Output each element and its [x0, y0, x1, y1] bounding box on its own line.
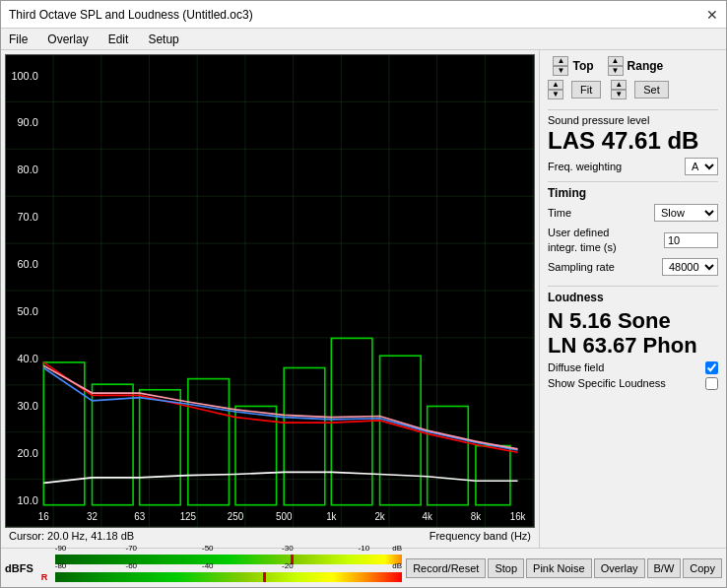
freq-weighting-label: Freq. weighting [548, 161, 622, 172]
window-title: Third Octave SPL and Loudness (Untitled.… [9, 8, 253, 22]
svg-text:80.0: 80.0 [18, 163, 38, 175]
user-defined-row: User definedintegr. time (s) [548, 226, 718, 254]
timing-header: Timing [548, 186, 718, 200]
loudness-header: Loudness [548, 291, 718, 304]
svg-text:100.0: 100.0 [11, 69, 37, 81]
sidebar: ▲ ▼ Top ▲ ▼ Range ▲ ▼ [539, 50, 726, 548]
menu-setup[interactable]: Setup [144, 32, 182, 47]
svg-text:10.0: 10.0 [18, 494, 38, 506]
range-label: Range [628, 59, 664, 73]
sampling-rate-label: Sampling rate [548, 260, 615, 274]
fit-down-btn[interactable]: ▼ [548, 90, 563, 99]
dbfs-tick-50: -50 [202, 544, 214, 553]
time-label: Time [548, 206, 571, 220]
loudness-value: N 5.16 Sone LN 63.67 Phon [548, 308, 718, 359]
diffuse-field-checkbox[interactable] [705, 361, 718, 374]
fit-button[interactable]: Fit [571, 81, 601, 98]
main-content: Third octave SPL dB ARTA [1, 50, 726, 548]
freq-weighting-select[interactable]: A B C Z [685, 158, 718, 175]
set-spinners: ▲ ▼ [611, 80, 627, 99]
diffuse-field-row: Diffuse field [548, 361, 718, 374]
menu-file[interactable]: File [5, 32, 32, 47]
range-spinners: ▲ ▼ [608, 56, 624, 76]
record-reset-button[interactable]: Record/Reset [406, 558, 486, 578]
top-spinners: ▲ ▼ [553, 56, 568, 76]
timing-section: Timing Time Slow Fast Impulse User defin… [548, 181, 718, 280]
top-up-btn[interactable]: ▲ [553, 56, 568, 66]
time-row: Time Slow Fast Impulse [548, 204, 718, 222]
set-down-btn[interactable]: ▼ [611, 90, 627, 99]
spl-section: Sound pressure level LAS 47.61 dB Freq. … [548, 109, 718, 175]
main-window: Third Octave SPL and Loudness (Untitled.… [0, 0, 727, 588]
fit-up-btn[interactable]: ▲ [548, 80, 563, 90]
sampling-rate-row: Sampling rate 44100 48000 96000 [548, 258, 718, 276]
dbfs-tick-40: -40 [202, 561, 214, 570]
dbfs-tick-30: -30 [282, 544, 294, 553]
svg-text:125: 125 [180, 511, 197, 522]
dbfs-tick-70: -70 [125, 544, 137, 553]
dbfs-tick-db1: dB [392, 544, 402, 553]
top-down-btn[interactable]: ▼ [553, 66, 568, 76]
user-defined-input[interactable] [664, 232, 718, 248]
show-specific-row: Show Specific Loudness [548, 377, 718, 390]
svg-text:63: 63 [134, 511, 145, 522]
svg-text:8k: 8k [471, 511, 481, 522]
time-select[interactable]: Slow Fast Impulse [654, 204, 718, 222]
dbfs-track-green: -90 -70 -50 -30 -10 dB [55, 555, 402, 564]
menu-edit[interactable]: Edit [104, 32, 133, 47]
chart-area: Third octave SPL dB ARTA [1, 50, 539, 548]
dbfs-row-label-r: R [41, 572, 53, 582]
set-button[interactable]: Set [634, 81, 669, 98]
action-buttons: Record/Reset Stop Pink Noise Overlay B/W… [406, 558, 722, 578]
svg-text:40.0: 40.0 [18, 353, 38, 364]
svg-text:2k: 2k [374, 511, 384, 522]
bw-button[interactable]: B/W [647, 558, 682, 578]
copy-button[interactable]: Copy [683, 558, 722, 578]
set-up-btn[interactable]: ▲ [611, 80, 627, 90]
diffuse-field-label: Diffuse field [548, 361, 604, 373]
svg-text:32: 32 [87, 511, 98, 522]
dbfs-tick-80: -80 [55, 561, 67, 570]
top-controls: ▲ ▼ Top ▲ ▼ Range ▲ ▼ [548, 56, 718, 99]
dbfs-fill-red [55, 572, 402, 582]
dbfs-tick-10: -10 [359, 544, 370, 553]
dbfs-bar: dBFS -90 -70 -50 -30 -10 dB [1, 548, 726, 587]
menu-bar: File Overlay Edit Setup [1, 29, 726, 50]
dbfs-row-red: R -80 -60 -40 -20 dB [41, 569, 402, 585]
range-down-btn[interactable]: ▼ [608, 66, 624, 76]
pink-noise-button[interactable]: Pink Noise [526, 558, 592, 578]
range-up-btn[interactable]: ▲ [608, 56, 624, 66]
svg-text:16k: 16k [510, 511, 526, 522]
svg-text:4k: 4k [423, 511, 432, 522]
svg-text:50.0: 50.0 [18, 305, 38, 317]
title-bar: Third Octave SPL and Loudness (Untitled.… [1, 1, 726, 29]
loudness-section: Loudness N 5.16 Sone LN 63.67 Phon Diffu… [548, 286, 718, 390]
chart-bottom-bar: Cursor: 20.0 Hz, 41.18 dB Frequency band… [5, 528, 535, 544]
svg-text:60.0: 60.0 [18, 258, 38, 270]
dbfs-tick-20: -20 [282, 561, 294, 570]
spl-value: LAS 47.61 dB [548, 128, 718, 154]
chart-container: Third octave SPL dB ARTA [5, 54, 535, 528]
dbfs-row-green: -90 -70 -50 -30 -10 dB [41, 552, 402, 567]
show-specific-checkbox[interactable] [705, 377, 718, 390]
svg-text:70.0: 70.0 [18, 211, 38, 223]
freq-weighting-row: Freq. weighting A B C Z [548, 158, 718, 175]
dbfs-indicator-red [263, 572, 266, 582]
chart-svg: 100.0 90.0 80.0 70.0 60.0 50.0 40.0 30.0… [6, 55, 534, 527]
spl-header: Sound pressure level [548, 114, 718, 126]
svg-text:250: 250 [228, 511, 244, 522]
user-defined-label: User definedintegr. time (s) [548, 226, 617, 254]
svg-text:1k: 1k [326, 511, 336, 522]
stop-button[interactable]: Stop [488, 558, 524, 578]
dbfs-row-label-1 [41, 555, 53, 564]
menu-overlay[interactable]: Overlay [43, 32, 92, 47]
svg-text:30.0: 30.0 [18, 400, 38, 412]
top-label: Top [572, 59, 593, 73]
dbfs-tick-db2: dB [392, 561, 402, 570]
overlay-button[interactable]: Overlay [594, 558, 645, 578]
freq-label: Frequency band (Hz) [430, 530, 531, 542]
sampling-rate-select[interactable]: 44100 48000 96000 [662, 258, 718, 276]
dbfs-track-red: -80 -60 -40 -20 dB [55, 572, 402, 582]
close-button[interactable]: ✕ [706, 8, 718, 22]
dbfs-fill-green [55, 555, 402, 564]
